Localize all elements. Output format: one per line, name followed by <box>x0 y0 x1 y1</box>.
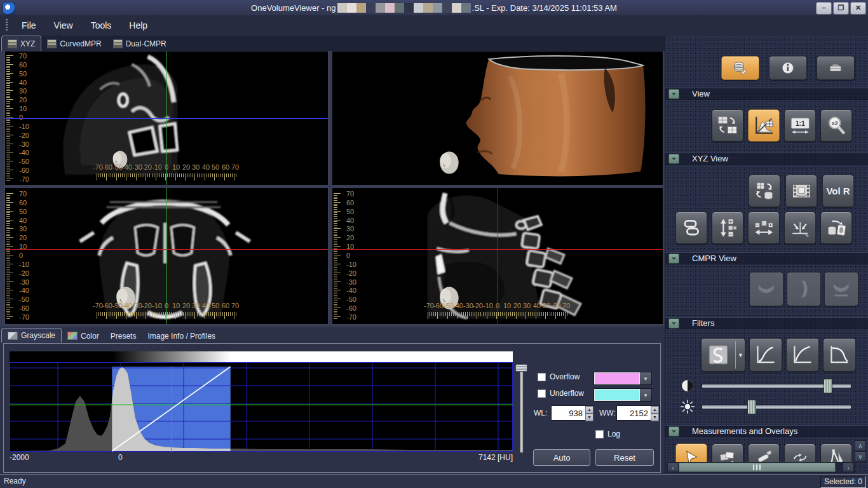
histogram-plot[interactable] <box>10 362 513 452</box>
rotate-volume-button[interactable] <box>749 175 780 207</box>
collapse-chevron-icon[interactable] <box>668 154 679 164</box>
tab-image-info-profiles[interactable]: Image Info / Profiles <box>142 329 221 342</box>
ww-spin-buttons: ▲▼ <box>651 406 659 420</box>
scroll-right-icon[interactable]: › <box>843 463 854 472</box>
toolbar-grip[interactable] <box>6 19 8 32</box>
sagittal-viewport[interactable]: 706050403020100-10-20-30-40-50-60-70-70-… <box>332 187 663 325</box>
reset-button[interactable]: Reset <box>595 449 654 466</box>
movie-button[interactable] <box>785 175 817 207</box>
spin-down-icon[interactable]: ▼ <box>651 414 659 421</box>
auto-button[interactable]: Auto <box>533 449 590 466</box>
link-views-button[interactable] <box>675 212 707 244</box>
tab-presets[interactable]: Presets <box>105 329 142 342</box>
crosshair-vertical-line[interactable] <box>498 188 498 324</box>
section-header-xyz-view: XYZ View <box>665 152 868 165</box>
menu-tools[interactable]: Tools <box>82 18 121 33</box>
chevron-down-icon[interactable]: ▾ <box>640 389 651 401</box>
actual-size-button[interactable]: 1:1 <box>784 109 816 142</box>
app-logo-icon <box>3 2 15 15</box>
chevron-down-icon[interactable]: ▾ <box>640 372 651 384</box>
menu-view[interactable]: View <box>45 18 82 33</box>
ruler-label: -30 <box>463 302 473 309</box>
tab-color[interactable]: Color <box>62 329 105 342</box>
sharpen-icon <box>703 343 734 367</box>
underflow-checkbox[interactable] <box>538 390 546 398</box>
wl-input[interactable] <box>552 406 585 420</box>
close-button[interactable]: ✕ <box>850 2 866 15</box>
vol-render-button[interactable]: Vol R <box>822 175 854 207</box>
horizontal-range-button[interactable] <box>748 212 780 244</box>
tab-curvedmpr[interactable]: CurvedMPR <box>41 37 107 51</box>
scrollbar-thumb[interactable] <box>679 463 836 472</box>
volume-info-button[interactable] <box>769 56 807 80</box>
spin-up-icon[interactable]: ▲ <box>651 406 659 414</box>
gamma-curve-filter-button[interactable] <box>786 338 819 372</box>
cmpr-arch-button[interactable] <box>749 272 783 306</box>
restore-button[interactable]: ❐ <box>833 2 849 15</box>
redaction-block <box>337 3 347 13</box>
collapse-chevron-icon[interactable] <box>668 426 679 437</box>
zoom-2x-button[interactable]: x2 <box>820 109 852 142</box>
slider-thumb[interactable] <box>747 400 756 414</box>
collapse-chevron-icon[interactable] <box>668 254 679 264</box>
histogram-lut-button[interactable] <box>748 109 780 142</box>
tools-button[interactable] <box>817 56 855 80</box>
cmpr-panorama-button[interactable] <box>824 272 858 306</box>
scroll-left-icon[interactable]: ‹ <box>667 463 679 472</box>
axes-swap-icon <box>789 217 811 239</box>
export-volume-button[interactable] <box>820 212 852 244</box>
contrast-slider[interactable] <box>702 379 851 393</box>
cmpr-section-button[interactable] <box>787 272 821 306</box>
tab-xyz[interactable]: XYZ <box>1 36 41 51</box>
crosshair-vertical-line[interactable] <box>166 188 167 324</box>
slider-thumb[interactable] <box>824 379 832 393</box>
scroll-up-icon[interactable]: ∧ <box>855 440 866 451</box>
layout-switch-button[interactable] <box>712 109 743 142</box>
ruler-label: -70 <box>93 302 103 309</box>
collapse-chevron-icon[interactable] <box>668 318 679 329</box>
coronal-viewport[interactable]: 706050403020100-10-20-30-40-50-60-70-70-… <box>4 187 329 325</box>
ruler-label: -70 <box>346 313 356 321</box>
brightness-slider[interactable] <box>702 400 851 414</box>
ww-input[interactable] <box>617 406 651 420</box>
ruler-label: -70 <box>93 163 103 171</box>
tab-dual-cmpr[interactable]: Dual-CMPR <box>107 37 172 51</box>
menu-help[interactable]: Help <box>120 18 156 33</box>
crosshair-vertical-line[interactable] <box>166 51 167 185</box>
menu-file[interactable]: File <box>13 18 45 33</box>
layout-rotate-icon <box>717 114 739 137</box>
vertical-range-button[interactable] <box>712 212 743 244</box>
scrollbar-track[interactable] <box>836 463 843 472</box>
spin-down-icon[interactable]: ▼ <box>585 414 593 421</box>
slider-track[interactable] <box>520 364 524 453</box>
reset-axes-button[interactable] <box>784 212 816 244</box>
redaction-block <box>376 3 385 13</box>
overflow-checkbox[interactable] <box>538 373 546 381</box>
hist-max-label: 7142 [HU] <box>478 453 513 462</box>
inverse-curve-filter-button[interactable] <box>823 338 856 372</box>
arch2-icon <box>829 277 853 301</box>
histogram-range-slider[interactable] <box>514 363 528 453</box>
ruler-label: 70 <box>19 52 27 60</box>
minimize-button[interactable]: – <box>816 2 832 15</box>
zoom-x2-icon: x2 <box>825 114 848 137</box>
slider-thumb[interactable] <box>515 364 527 372</box>
scroll-down-icon[interactable]: ∨ <box>855 451 866 462</box>
ruler-label: 30 <box>523 302 531 309</box>
s-curve-filter-button[interactable] <box>749 338 782 372</box>
ww-spinbox: ▲▼ <box>616 405 660 421</box>
slider-track[interactable] <box>702 405 851 409</box>
underflow-color-dropdown[interactable]: ▾ <box>593 388 652 402</box>
volume-render-viewport[interactable] <box>332 51 663 186</box>
collapse-chevron-icon[interactable] <box>668 89 679 99</box>
sharpen-filter-button[interactable]: ▼ <box>701 338 745 372</box>
axial-viewport[interactable]: 706050403020100-10-20-30-40-50-60-70-70-… <box>4 51 329 186</box>
log-checkbox[interactable] <box>595 430 604 438</box>
spin-up-icon[interactable]: ▲ <box>585 406 593 414</box>
ruler-label: 10 <box>172 302 180 309</box>
chevron-down-icon[interactable]: ▼ <box>738 352 743 358</box>
overflow-color-dropdown[interactable]: ▾ <box>593 372 652 385</box>
volume-data-button[interactable] <box>721 56 759 80</box>
measure-horizontal-scrollbar[interactable]: ‹ › <box>667 462 855 473</box>
tab-grayscale[interactable]: Grayscale <box>1 328 62 342</box>
